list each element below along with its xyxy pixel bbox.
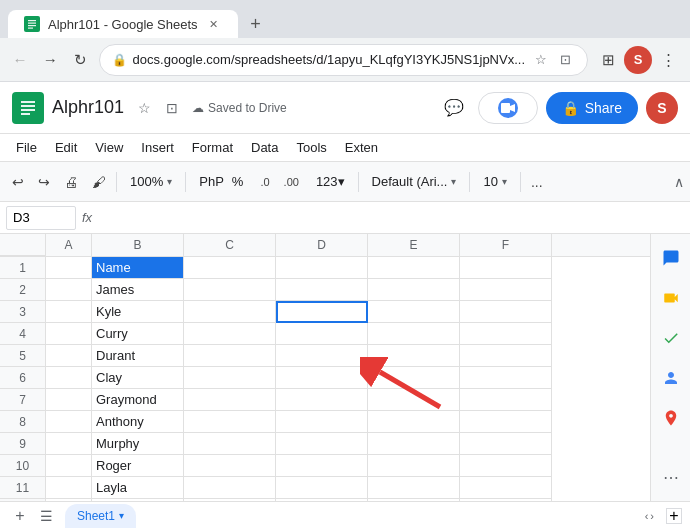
browser-profile-icon[interactable]: S: [624, 46, 652, 74]
cell-c10[interactable]: [184, 455, 276, 477]
row-header-11[interactable]: 11: [0, 477, 46, 499]
row-header-5[interactable]: 5: [0, 345, 46, 367]
cell-d2[interactable]: [276, 279, 368, 301]
cell-c7[interactable]: [184, 389, 276, 411]
cell-a6[interactable]: [46, 367, 92, 389]
decimal-less-button[interactable]: .0: [254, 168, 275, 196]
cell-a3[interactable]: [46, 301, 92, 323]
cell-b1[interactable]: Name: [92, 257, 184, 279]
cell-c11[interactable]: [184, 477, 276, 499]
collapse-toolbar-button[interactable]: ∧: [674, 174, 684, 190]
cell-b5[interactable]: Durant: [92, 345, 184, 367]
cell-d8[interactable]: [276, 411, 368, 433]
menu-edit[interactable]: Edit: [47, 136, 85, 159]
redo-button[interactable]: ↪: [32, 168, 56, 196]
refresh-button[interactable]: ↻: [68, 46, 92, 74]
sidebar-tasks-icon[interactable]: [655, 322, 687, 354]
cell-e12[interactable]: [368, 499, 460, 501]
cell-e8[interactable]: [368, 411, 460, 433]
col-header-b[interactable]: B: [92, 234, 184, 256]
browser-menu-button[interactable]: ⋮: [654, 46, 682, 74]
sidebar-contacts-icon[interactable]: [655, 362, 687, 394]
cell-f5[interactable]: [460, 345, 552, 367]
active-tab[interactable]: Alphr101 - Google Sheets ✕: [8, 10, 238, 38]
row-header-9[interactable]: 9: [0, 433, 46, 455]
sheet1-dropdown[interactable]: ▾: [119, 510, 124, 521]
cell-f11[interactable]: [460, 477, 552, 499]
cell-e9[interactable]: [368, 433, 460, 455]
cell-f4[interactable]: [460, 323, 552, 345]
menu-file[interactable]: File: [8, 136, 45, 159]
sheet-list-button[interactable]: ☰: [40, 508, 53, 524]
cell-c6[interactable]: [184, 367, 276, 389]
scroll-right[interactable]: ›: [650, 510, 654, 522]
cell-e6[interactable]: [368, 367, 460, 389]
profile-button[interactable]: S: [624, 46, 652, 74]
row-header-4[interactable]: 4: [0, 323, 46, 345]
currency-select[interactable]: PhP %: [190, 168, 252, 196]
row-header-10[interactable]: 10: [0, 455, 46, 477]
cell-a12[interactable]: [46, 499, 92, 501]
cell-b12[interactable]: [92, 499, 184, 501]
cell-f6[interactable]: [460, 367, 552, 389]
cell-b4[interactable]: Curry: [92, 323, 184, 345]
cell-e5[interactable]: [368, 345, 460, 367]
row-header-12[interactable]: 12: [0, 499, 46, 501]
bookmark-icon[interactable]: ☆: [531, 50, 551, 70]
cell-c9[interactable]: [184, 433, 276, 455]
cell-b2[interactable]: James: [92, 279, 184, 301]
cell-a11[interactable]: [46, 477, 92, 499]
row-header-1[interactable]: 1: [0, 257, 46, 279]
row-header-2[interactable]: 2: [0, 279, 46, 301]
col-header-a[interactable]: A: [46, 234, 92, 256]
cell-f9[interactable]: [460, 433, 552, 455]
cell-d9[interactable]: [276, 433, 368, 455]
menu-data[interactable]: Data: [243, 136, 286, 159]
cell-b8[interactable]: Anthony: [92, 411, 184, 433]
menu-insert[interactable]: Insert: [133, 136, 182, 159]
font-select[interactable]: Default (Ari... ▾: [363, 168, 466, 196]
col-header-d[interactable]: D: [276, 234, 368, 256]
forward-button[interactable]: →: [38, 46, 62, 74]
cell-a8[interactable]: [46, 411, 92, 433]
more-button[interactable]: ...: [525, 168, 549, 196]
formula-input[interactable]: [98, 206, 684, 230]
row-header-7[interactable]: 7: [0, 389, 46, 411]
cell-e1[interactable]: [368, 257, 460, 279]
col-header-e[interactable]: E: [368, 234, 460, 256]
cell-d11[interactable]: [276, 477, 368, 499]
cell-e10[interactable]: [368, 455, 460, 477]
cell-f10[interactable]: [460, 455, 552, 477]
cell-c12[interactable]: [184, 499, 276, 501]
sidebar-chat-icon[interactable]: [655, 242, 687, 274]
font-size-select[interactable]: 10 ▾: [474, 168, 515, 196]
cell-d10[interactable]: [276, 455, 368, 477]
cell-b3[interactable]: Kyle: [92, 301, 184, 323]
cell-f12[interactable]: [460, 499, 552, 501]
user-avatar[interactable]: S: [646, 92, 678, 124]
cell-d6[interactable]: [276, 367, 368, 389]
col-header-f[interactable]: F: [460, 234, 552, 256]
sheet1-tab[interactable]: Sheet1 ▾: [65, 504, 136, 528]
cell-d1[interactable]: [276, 257, 368, 279]
cell-c8[interactable]: [184, 411, 276, 433]
format123-select[interactable]: 123▾: [307, 168, 354, 196]
cell-f1[interactable]: [460, 257, 552, 279]
sidebar-more-icon[interactable]: ⋯: [655, 461, 687, 493]
back-button[interactable]: ←: [8, 46, 32, 74]
row-header-3[interactable]: 3: [0, 301, 46, 323]
cell-c2[interactable]: [184, 279, 276, 301]
cell-e7[interactable]: [368, 389, 460, 411]
extensions-icon[interactable]: ⊞: [594, 46, 622, 74]
print-button[interactable]: 🖨: [58, 168, 84, 196]
cell-a5[interactable]: [46, 345, 92, 367]
cell-f3[interactable]: [460, 301, 552, 323]
zoom-select[interactable]: 100% ▾: [121, 168, 181, 196]
cell-f7[interactable]: [460, 389, 552, 411]
comment-button[interactable]: 💬: [438, 92, 470, 124]
cell-c5[interactable]: [184, 345, 276, 367]
cell-c3[interactable]: [184, 301, 276, 323]
decimal-more-button[interactable]: .00: [278, 168, 305, 196]
cell-d3[interactable]: [276, 301, 368, 323]
cell-reference[interactable]: D3: [6, 206, 76, 230]
